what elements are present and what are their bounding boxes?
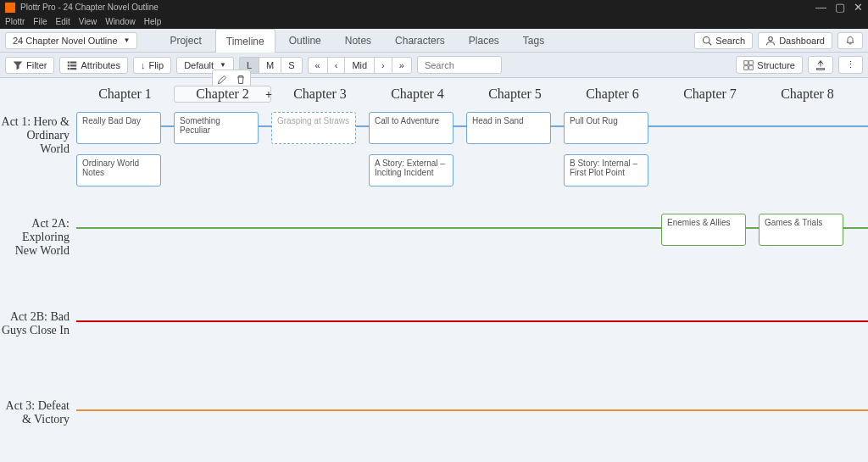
chapter-header[interactable]: Chapter 4 — [369, 86, 466, 102]
filter-button[interactable]: Filter — [5, 57, 54, 74]
chapter-header[interactable]: Chapter 7 — [661, 86, 759, 102]
menu-plottr[interactable]: Plottr — [5, 15, 25, 29]
search-input[interactable] — [417, 56, 502, 74]
structure-button[interactable]: Structure — [736, 56, 803, 74]
svg-rect-5 — [68, 64, 70, 66]
chevron-down-icon: ▼ — [124, 36, 131, 44]
menu-window[interactable]: Window — [105, 15, 136, 29]
svg-rect-6 — [70, 64, 77, 66]
arrow-down-icon: ↓ — [141, 60, 146, 70]
search-icon — [702, 36, 712, 46]
nav-next[interactable]: › — [374, 57, 392, 74]
app-logo — [5, 3, 15, 13]
toolbar: Filter Attributes ↓ Flip Default ▼ L M S… — [0, 53, 868, 78]
row-label[interactable]: Act 2A: Exploring New World — [0, 217, 73, 258]
timeline-row: Act 2B: Bad Guys Close In — [0, 302, 868, 391]
dashboard-button[interactable]: Dashboard — [758, 32, 832, 49]
svg-rect-7 — [68, 68, 70, 70]
tab-tags[interactable]: Tags — [513, 29, 554, 53]
chapter-header[interactable]: Chapter 1 — [76, 86, 174, 102]
list-icon — [67, 60, 77, 70]
template-selector[interactable]: 24 Chapter Novel Outline ▼ — [5, 32, 137, 49]
svg-rect-11 — [744, 65, 748, 70]
row-label[interactable]: Act 1: Hero & Ordinary World — [0, 115, 73, 156]
tab-places[interactable]: Places — [459, 29, 509, 53]
tab-characters[interactable]: Characters — [385, 29, 455, 53]
nav-group: « ‹ Mid › » — [308, 57, 412, 74]
menu-edit[interactable]: Edit — [55, 15, 70, 29]
menu-view[interactable]: View — [79, 15, 97, 29]
scene-card[interactable]: B Story: Internal – First Plot Point — [564, 154, 648, 186]
menubar: Plottr File Edit View Window Help — [0, 15, 868, 29]
kebab-icon: ⋮ — [846, 59, 855, 70]
svg-rect-9 — [744, 60, 748, 64]
timeline-row: Act 3: Defeat & Victory — [0, 391, 868, 462]
structure-icon — [743, 60, 754, 70]
scene-card[interactable]: Ordinary World Notes — [76, 154, 161, 186]
svg-point-0 — [704, 36, 710, 43]
tab-outline[interactable]: Outline — [279, 29, 331, 53]
chapter-header[interactable]: Chapter 6 — [564, 86, 661, 102]
scene-card[interactable]: Really Bad Day — [76, 112, 161, 144]
nav-mid[interactable]: Mid — [344, 57, 374, 74]
svg-rect-3 — [68, 61, 70, 63]
chapter-header-row: Chapter 1 Chapter 2 + Chapter 3 Chapter … — [0, 81, 868, 107]
svg-rect-10 — [749, 60, 754, 64]
chapter-header[interactable]: Chapter 3 — [271, 86, 369, 102]
svg-line-1 — [709, 42, 712, 45]
svg-rect-8 — [70, 68, 77, 70]
plotline — [76, 320, 868, 322]
export-icon — [815, 60, 826, 70]
tab-notes[interactable]: Notes — [335, 29, 381, 53]
more-button[interactable]: ⋮ — [838, 56, 863, 74]
scene-card[interactable]: Something Peculiar — [174, 112, 259, 144]
svg-rect-4 — [70, 61, 77, 63]
scene-card[interactable]: Head in Sand — [466, 112, 551, 144]
menu-help[interactable]: Help — [144, 15, 162, 29]
chapter-header[interactable]: Chapter 5 — [466, 86, 564, 102]
chapter-header[interactable]: Chapter 8 — [759, 86, 856, 102]
scene-card[interactable]: A Story: External – Inciting Incident — [369, 154, 453, 186]
scene-card[interactable]: Pull Out Rug — [564, 112, 648, 144]
nav-prev[interactable]: ‹ — [327, 57, 345, 74]
user-icon — [765, 36, 776, 46]
tabbar: 24 Chapter Novel Outline ▼ Project Timel… — [0, 29, 868, 53]
chapter-header[interactable]: Chapter 2 + — [174, 86, 271, 103]
filter-icon — [13, 60, 23, 70]
nav-last[interactable]: » — [392, 57, 412, 74]
window-title: Plottr Pro - 24 Chapter Novel Outline — [20, 0, 159, 15]
svg-point-2 — [769, 36, 773, 41]
zoom-medium[interactable]: M — [259, 57, 281, 74]
search-button[interactable]: Search — [694, 32, 753, 49]
svg-rect-12 — [749, 65, 754, 70]
attributes-button[interactable]: Attributes — [59, 57, 127, 74]
scene-card[interactable]: Call to Adventure — [369, 112, 453, 144]
window-titlebar: Plottr Pro - 24 Chapter Novel Outline — … — [0, 0, 868, 15]
close-button[interactable]: ✕ — [854, 0, 863, 15]
tab-project[interactable]: Project — [159, 29, 211, 53]
scene-card[interactable]: Enemies & Allies — [661, 214, 746, 246]
scene-card[interactable]: Grasping at Straws — [271, 112, 356, 144]
chevron-down-icon: ▼ — [220, 61, 226, 69]
tab-timeline[interactable]: Timeline — [215, 29, 275, 53]
timeline-row: Act 1: Hero & Ordinary World Really Bad … — [0, 107, 868, 209]
plotline — [76, 409, 868, 411]
notifications-button[interactable] — [837, 32, 863, 49]
timeline-row: Act 2A: Exploring New World Enemies & Al… — [0, 209, 868, 302]
export-button[interactable] — [808, 56, 833, 74]
maximize-button[interactable]: ▢ — [835, 0, 845, 15]
zoom-small[interactable]: S — [281, 57, 302, 74]
minimize-button[interactable]: — — [815, 0, 826, 15]
bell-icon — [845, 36, 855, 46]
nav-first[interactable]: « — [308, 57, 327, 74]
row-label[interactable]: Act 2B: Bad Guys Close In — [0, 310, 73, 337]
template-label: 24 Chapter Novel Outline — [13, 36, 118, 46]
row-label[interactable]: Act 3: Defeat & Victory — [0, 399, 73, 426]
menu-file[interactable]: File — [33, 15, 47, 29]
flip-button[interactable]: ↓ Flip — [133, 57, 171, 74]
scene-card[interactable]: Games & Trials — [759, 214, 843, 246]
timeline-grid: Chapter 1 Chapter 2 + Chapter 3 Chapter … — [0, 81, 868, 462]
